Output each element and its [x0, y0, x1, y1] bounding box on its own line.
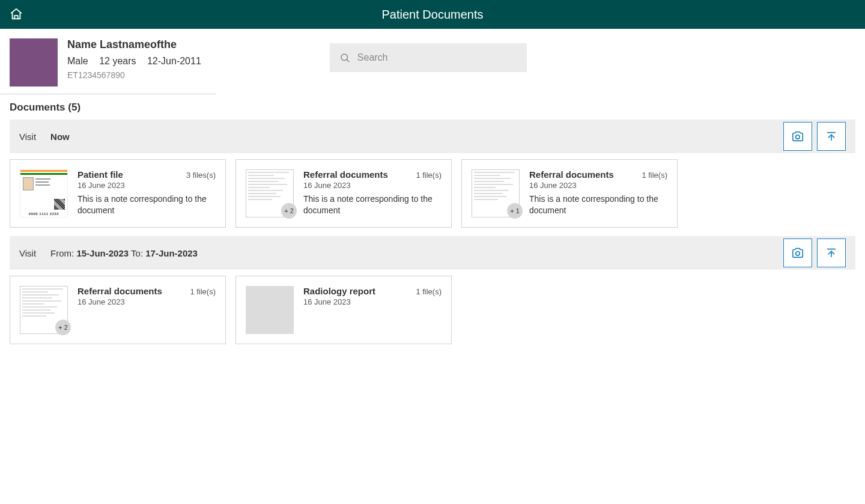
to-label: To:: [129, 248, 145, 258]
document-card[interactable]: 0000 1111 2222 Patient file 3 files(s) 1…: [10, 159, 226, 228]
card-date: 16 June 2023: [303, 181, 442, 190]
document-card[interactable]: + 2 Referral documents 1 file(s) 16 June…: [235, 159, 452, 228]
document-card[interactable]: Radiology report 1 file(s) 16 June 2023: [235, 276, 452, 344]
upload-icon: [825, 130, 838, 143]
extra-count-badge: + 1: [507, 203, 523, 219]
svg-point-2: [796, 135, 800, 139]
flag-stripe-icon: [20, 170, 67, 175]
patient-sex: Male: [67, 56, 88, 66]
patient-dob: 12-Jun-2011: [147, 56, 201, 66]
patient-meta: Male 12 years 12-Jun-2011: [67, 56, 210, 67]
card-title: Referral documents: [303, 169, 388, 180]
thumbnail-doc: + 2: [20, 286, 68, 334]
thumbnail-doc: + 2: [246, 169, 294, 217]
visit-actions: [783, 238, 846, 267]
card-note: This is a note corresponding to the docu…: [303, 193, 442, 216]
avatar: [10, 38, 58, 87]
svg-point-4: [796, 252, 800, 255]
camera-icon: [791, 246, 804, 260]
visit-value: Now: [50, 132, 70, 142]
photo-icon: [23, 177, 34, 190]
documents-heading: Documents (5): [0, 94, 865, 120]
patient-age: 12 years: [99, 56, 136, 66]
svg-line-1: [347, 59, 348, 61]
thumbnail-idcard: 0000 1111 2222: [20, 169, 68, 217]
to-value: 17-Jun-2023: [145, 248, 198, 258]
visit-label: Visit: [19, 132, 36, 142]
search-icon: [339, 52, 350, 63]
from-label: From:: [50, 248, 76, 258]
patient-info: Name Lastnameofthe Male 12 years 12-Jun-…: [67, 38, 210, 80]
extra-count-badge: + 2: [281, 203, 297, 219]
thumbnail-blank: [246, 286, 294, 334]
upload-button[interactable]: [817, 122, 846, 151]
card-date: 16 June 2023: [77, 297, 216, 306]
upload-icon: [825, 246, 838, 260]
card-date: 16 June 2023: [303, 297, 442, 306]
camera-button[interactable]: [783, 238, 812, 267]
card-note: This is a note corresponding to the docu…: [529, 193, 667, 216]
thumbnail-doc: + 1: [472, 169, 520, 217]
visit-actions: [783, 122, 846, 151]
patient-row: Name Lastnameofthe Male 12 years 12-Jun-…: [0, 29, 865, 94]
patient-name: Name Lastnameofthe: [67, 38, 210, 51]
search-input[interactable]: [357, 52, 517, 63]
document-card[interactable]: + 2 Referral documents 1 file(s) 16 June…: [10, 276, 226, 344]
camera-icon: [791, 130, 804, 143]
search-wrap: [330, 43, 527, 72]
card-files: 1 file(s): [416, 287, 442, 296]
card-title: Referral documents: [77, 286, 162, 296]
visit-range: From: 15-Jun-2023 To: 17-Jun-2023: [50, 248, 198, 258]
patient-id: ET1234567890: [67, 70, 210, 80]
page-title: Patient Documents: [0, 8, 865, 22]
card-files: 1 file(s): [416, 171, 442, 180]
card-title: Patient file: [77, 169, 123, 180]
id-number: 0000 1111 2222: [20, 212, 67, 217]
card-files: 1 file(s): [642, 171, 667, 180]
visit-bar: Visit From: 15-Jun-2023 To: 17-Jun-2023: [10, 236, 855, 270]
search-container: [330, 43, 527, 72]
visit-label: Visit: [19, 248, 36, 258]
card-row: 0000 1111 2222 Patient file 3 files(s) 1…: [0, 153, 865, 236]
visit-bar: Visit Now: [10, 120, 855, 153]
card-date: 16 June 2023: [77, 181, 216, 190]
header: Patient Documents: [0, 0, 865, 29]
upload-button[interactable]: [817, 238, 846, 267]
card-files: 3 files(s): [186, 171, 216, 180]
card-title: Radiology report: [303, 286, 375, 296]
card-title: Referral documents: [529, 169, 614, 180]
document-card[interactable]: + 1 Referral documents 1 file(s) 16 June…: [461, 159, 678, 228]
qr-icon: [54, 199, 65, 210]
home-button[interactable]: [10, 8, 23, 21]
card-note: This is a note corresponding to the docu…: [77, 193, 216, 216]
from-value: 15-Jun-2023: [76, 248, 129, 258]
card-files: 1 file(s): [190, 287, 216, 296]
card-date: 16 June 2023: [529, 181, 667, 190]
home-icon: [10, 8, 23, 21]
extra-count-badge: + 2: [55, 320, 71, 335]
card-row: + 2 Referral documents 1 file(s) 16 June…: [0, 270, 865, 353]
camera-button[interactable]: [783, 122, 812, 151]
